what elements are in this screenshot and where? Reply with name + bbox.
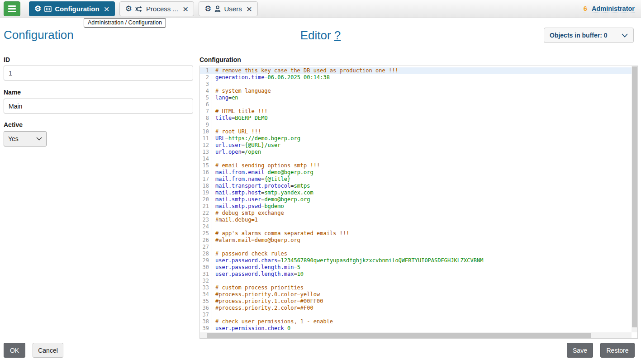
tab-configuration[interactable]: ⚙ Configuration ×: [29, 1, 115, 16]
code-line[interactable]: 21mail.smtp.pswd=bgdemo: [200, 203, 637, 210]
vertical-scrollbar[interactable]: [632, 66, 637, 332]
line-number: 8: [200, 115, 212, 122]
code-line[interactable]: 13url.open=/open: [200, 149, 637, 156]
code-line[interactable]: 22# debug smtp exchange: [200, 210, 637, 217]
code-line[interactable]: 18mail.transport.protocol=smtps: [200, 183, 637, 189]
code-line[interactable]: 6: [200, 101, 637, 108]
line-content: user.password.length.min=5: [212, 264, 300, 271]
code-line[interactable]: 14: [200, 156, 637, 162]
name-input[interactable]: [4, 99, 193, 113]
line-content: # app's alarms comma separated emails !!…: [212, 230, 349, 237]
notification-count-badge[interactable]: 6: [584, 5, 587, 13]
line-content: [212, 81, 215, 88]
code-line[interactable]: 11URL=https://demo.bgerp.org: [200, 135, 637, 142]
line-number: 30: [200, 264, 212, 271]
code-line[interactable]: 38# check user permissions, 1 - enable: [200, 318, 637, 325]
code-line[interactable]: 9: [200, 122, 637, 128]
line-content: # debug smtp exchange: [212, 210, 284, 217]
code-line[interactable]: 12url.user={@URL}/user: [200, 142, 637, 149]
code-line[interactable]: 35#process.priority.1.color=#00FF00: [200, 298, 637, 305]
gear-icon: ⚙: [204, 5, 211, 13]
code-line[interactable]: 31user.password.length.max=10: [200, 271, 637, 278]
line-content: # custom process priorities: [212, 284, 304, 291]
gear-icon: ⚙: [125, 5, 132, 13]
code-line[interactable]: 8title=BGERP DEMO: [200, 115, 637, 122]
line-content: # system language: [212, 88, 271, 95]
code-line[interactable]: 39user.permission.check=0: [200, 325, 637, 332]
code-line[interactable]: 27: [200, 244, 637, 251]
code-line[interactable]: 19mail.smtp.host=smtp.yandex.com: [200, 189, 637, 196]
restore-button[interactable]: Restore: [600, 343, 635, 358]
code-line[interactable]: 30user.password.length.min=5: [200, 264, 637, 271]
code-line[interactable]: 29user.password.chars=1234567890qwertyup…: [200, 257, 637, 264]
config-code-editor[interactable]: 1# remove this key case the DB used as p…: [199, 66, 638, 339]
line-content: user.password.length.max=10: [212, 271, 304, 278]
line-content: #process.priority.1.color=#00FF00: [212, 298, 323, 305]
code-line[interactable]: 25# app's alarms comma separated emails …: [200, 230, 637, 237]
active-select[interactable]: Yes: [4, 131, 47, 147]
code-line[interactable]: 28# password check rules: [200, 251, 637, 257]
line-content: #process.priority.2.color=#F00: [212, 305, 313, 312]
line-number: 1: [200, 67, 212, 74]
sliders-icon: [44, 6, 52, 12]
line-number: 4: [200, 88, 212, 95]
code-line[interactable]: 5lang=en: [200, 95, 637, 101]
code-line[interactable]: 15# email sending options smtp !!!: [200, 162, 637, 169]
current-user-link[interactable]: Administrator: [592, 5, 635, 13]
code-line[interactable]: 17mail.from.name={@title}: [200, 176, 637, 183]
code-line[interactable]: 37: [200, 312, 637, 318]
tab-label: Users: [224, 5, 242, 13]
line-number: 35: [200, 298, 212, 305]
line-number: 9: [200, 122, 212, 128]
code-line[interactable]: 33# custom process priorities: [200, 284, 637, 291]
line-number: 20: [200, 196, 212, 203]
code-line[interactable]: 23#mail.debug=1: [200, 217, 637, 223]
tab-process[interactable]: ⚙ Process ... ×: [119, 1, 194, 16]
code-line[interactable]: 20mail.smtp.user=demo@bgerp.org: [200, 196, 637, 203]
help-link[interactable]: ?: [334, 28, 341, 42]
line-content: # check user permissions, 1 - enable: [212, 318, 333, 325]
code-line[interactable]: 34#process.priority.0.color=yellow: [200, 291, 637, 298]
line-number: 16: [200, 169, 212, 176]
code-line[interactable]: 3: [200, 81, 637, 88]
objects-buffer-label: Objects in buffer: 0: [550, 32, 608, 39]
line-content: # email sending options smtp !!!: [212, 162, 320, 169]
line-content: # HTML title !!!: [212, 108, 268, 115]
horizontal-scrollbar-thumb[interactable]: [207, 333, 591, 338]
close-icon[interactable]: ×: [104, 4, 109, 14]
line-content: mail.smtp.user=demo@bgerp.org: [212, 196, 310, 203]
line-number: 5: [200, 95, 212, 101]
line-content: [212, 312, 215, 318]
horizontal-scrollbar[interactable]: [200, 332, 632, 338]
save-button[interactable]: Save: [567, 343, 593, 358]
main-menu-button[interactable]: [4, 1, 20, 16]
code-line[interactable]: 16mail.from.email=demo@bgerp.org: [200, 169, 637, 176]
objects-buffer-dropdown[interactable]: Objects in buffer: 0: [544, 28, 634, 43]
code-line[interactable]: 4# system language: [200, 88, 637, 95]
code-line[interactable]: 24: [200, 223, 637, 230]
close-icon[interactable]: ×: [247, 4, 252, 14]
tab-users[interactable]: ⚙ Users ×: [199, 1, 258, 16]
line-number: 24: [200, 223, 212, 230]
line-content: url.open=/open: [212, 149, 261, 156]
close-icon[interactable]: ×: [183, 4, 188, 14]
line-content: generation.time=06.06.2025 00:14:38: [212, 74, 330, 81]
vertical-scrollbar-thumb[interactable]: [632, 66, 637, 327]
line-number: 23: [200, 217, 212, 223]
code-line[interactable]: 32: [200, 278, 637, 284]
line-number: 13: [200, 149, 212, 156]
code-line[interactable]: 10# root URL !!!: [200, 128, 637, 135]
code-line[interactable]: 36#process.priority.2.color=#F00: [200, 305, 637, 312]
line-number: 10: [200, 128, 212, 135]
code-line[interactable]: 26#alarm.mail=demo@bgerp.org: [200, 237, 637, 244]
line-content: url.user={@URL}/user: [212, 142, 281, 149]
ok-button[interactable]: OK: [4, 343, 25, 358]
line-number: 33: [200, 284, 212, 291]
code-line[interactable]: 2generation.time=06.06.2025 00:14:38: [200, 74, 637, 81]
id-input[interactable]: [4, 66, 193, 80]
code-line[interactable]: 7# HTML title !!!: [200, 108, 637, 115]
code-line[interactable]: 1# remove this key case the DB used as p…: [200, 67, 637, 74]
user-area: 6 Administrator: [584, 5, 635, 13]
line-content: # remove this key case the DB used as pr…: [212, 67, 399, 74]
cancel-button[interactable]: Cancel: [33, 343, 63, 358]
